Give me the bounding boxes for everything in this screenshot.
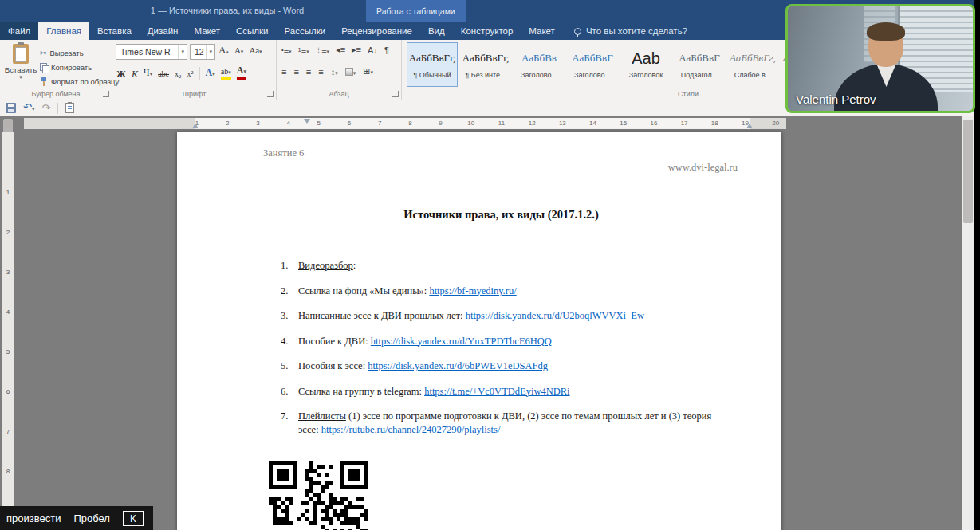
- paragraph-group: •≡▾ 1≡▾ ⋮≡▾ ◂≡ ▸≡ А↓ ¶ ≡ ≡ ≡ ≡ ↕▾ ▾ ⊞▾: [277, 40, 402, 100]
- horizontal-ruler[interactable]: 1234567891011121314151617181920: [24, 118, 786, 129]
- superscript-button[interactable]: x²: [187, 69, 194, 80]
- highlight-color-button[interactable]: ab▾: [221, 68, 231, 80]
- grow-font-button[interactable]: А▴: [218, 45, 229, 57]
- font-group: Times New R ▾ 12 ▾ А▴ А▾ Аа▾ Ж К Ч▾ abc: [112, 40, 277, 100]
- subscript-button[interactable]: x₂: [175, 69, 182, 80]
- ruler-number: 10: [456, 118, 486, 129]
- ruler-number: 3: [2, 268, 14, 308]
- borders-button[interactable]: ⊞▾: [363, 66, 373, 77]
- vertical-ruler[interactable]: 12345678: [2, 132, 14, 530]
- left-indent-marker[interactable]: [192, 124, 199, 128]
- chevron-down-icon: ▾: [178, 45, 187, 59]
- text-effects-button[interactable]: А▾: [206, 67, 215, 80]
- list-item: 7. Плейлисты (1) эссе по программе подго…: [281, 410, 739, 436]
- undo-button[interactable]: ↶▾: [23, 102, 34, 114]
- style-item-heading2[interactable]: АаБбВвГ Заголово...: [567, 42, 618, 87]
- sort-button[interactable]: А↓: [368, 45, 378, 55]
- align-left-button[interactable]: ≡: [281, 67, 286, 77]
- style-item-heading1[interactable]: АаБбВв Заголово...: [514, 42, 565, 87]
- font-size-select[interactable]: 12 ▾: [190, 44, 215, 60]
- ruler-number: 9: [426, 118, 456, 129]
- tab-review[interactable]: Рецензирование: [333, 22, 420, 40]
- caption-word: Пробел: [73, 512, 110, 524]
- tab-references[interactable]: Ссылки: [228, 22, 277, 40]
- ruler-number: 13: [547, 118, 577, 129]
- document-area: 1234567891011121314151617181920 12345678…: [0, 116, 974, 530]
- hyperlink[interactable]: https://rutube.ru/channel/24027290/playl…: [321, 424, 501, 435]
- right-indent-marker[interactable]: [746, 124, 753, 128]
- scrollbar-thumb[interactable]: [963, 120, 973, 223]
- redo-button[interactable]: ↷: [41, 103, 50, 113]
- list-item: 4. Пособие к ДВИ: https://disk.yandex.ru…: [281, 335, 739, 348]
- paste-button[interactable]: Вставить ▾: [3, 43, 38, 92]
- list-item-number: 1.: [281, 259, 298, 273]
- increase-indent-button[interactable]: ▸≡: [352, 45, 361, 55]
- tell-me-box[interactable]: Что вы хотите сделать?: [574, 22, 687, 40]
- bullet-list-button[interactable]: •≡▾: [281, 45, 292, 55]
- show-paragraph-marks-button[interactable]: ¶: [384, 45, 389, 55]
- clipboard-group: Вставить ▾ ✂ Вырезать Копировать Формат …: [0, 40, 112, 100]
- ruler-number: 2: [212, 118, 242, 129]
- first-line-indent-marker[interactable]: [304, 119, 310, 124]
- ruler-number: 2: [2, 228, 14, 268]
- dialog-launcher-icon[interactable]: [103, 91, 109, 97]
- tab-table-design[interactable]: Конструктор: [453, 22, 521, 40]
- line-spacing-button[interactable]: ↕▾: [331, 67, 338, 77]
- tab-file[interactable]: Файл: [0, 22, 38, 40]
- dialog-launcher-icon[interactable]: [267, 91, 274, 97]
- ruler-number: 4: [274, 118, 304, 129]
- list-item: 2. Ссылка на фонд «Мы едины»: https://bf…: [281, 285, 739, 298]
- change-case-button[interactable]: Аа▾: [249, 45, 262, 57]
- numbered-list-button[interactable]: 1≡▾: [298, 45, 309, 55]
- format-painter-button[interactable]: Формат по образцу: [40, 74, 119, 88]
- save-button[interactable]: [6, 103, 16, 113]
- shrink-font-button[interactable]: А▾: [234, 45, 243, 57]
- underline-button[interactable]: Ч▾: [144, 67, 152, 80]
- tab-insert[interactable]: Вставка: [89, 22, 140, 40]
- tab-home[interactable]: Главная: [38, 22, 89, 40]
- shading-button[interactable]: ▾: [345, 67, 356, 77]
- justify-button[interactable]: ≡: [318, 67, 323, 77]
- tab-view[interactable]: Вид: [420, 22, 453, 40]
- vertical-scrollbar[interactable]: [962, 116, 974, 530]
- tell-me-label: Что вы хотите сделать?: [586, 26, 687, 36]
- doc-header-left: Занятие 6: [263, 147, 304, 159]
- ruler-number: 18: [699, 118, 730, 129]
- speech-caption-bar: произвести Пробел К: [0, 506, 153, 530]
- clipboard-icon: [13, 44, 29, 64]
- ruler-numbers: 1234567891011121314151617181920: [182, 118, 786, 129]
- webcam-video[interactable]: Valentin Petrov: [785, 4, 975, 113]
- font-name-select[interactable]: Times New R ▾: [116, 44, 187, 60]
- window-title: 1 — Источники права, их виды - Word: [96, 6, 359, 15]
- strikethrough-button[interactable]: abc: [158, 69, 169, 80]
- chevron-down-icon: ▾: [206, 45, 214, 59]
- cut-button[interactable]: ✂ Вырезать: [40, 45, 119, 60]
- multilevel-list-button[interactable]: ⋮≡▾: [316, 45, 329, 55]
- hyperlink[interactable]: https://disk.yandex.ru/d/YnxTPDThcE6HQQ: [371, 336, 552, 347]
- tab-table-layout[interactable]: Макет: [521, 22, 563, 40]
- style-item-subtle-emphasis[interactable]: АаБбВвГг, Слабое в...: [727, 42, 778, 87]
- scissors-icon: ✂: [40, 49, 46, 57]
- hyperlink[interactable]: https://disk.yandex.ru/d/U2boqlWVVXi_Ew: [466, 310, 644, 321]
- bold-button[interactable]: Ж: [116, 69, 126, 80]
- italic-button[interactable]: К: [132, 69, 138, 80]
- font-color-button[interactable]: А▾: [237, 66, 246, 80]
- document-page[interactable]: Занятие 6 www.dvi-legal.ru Источники пра…: [177, 132, 781, 530]
- style-item-title[interactable]: Аab Заголовок: [620, 42, 671, 87]
- style-item-subtitle[interactable]: АаБбВвГ Подзагол...: [674, 42, 725, 87]
- tab-layout[interactable]: Макет: [186, 22, 228, 40]
- decrease-indent-button[interactable]: ◂≡: [336, 45, 345, 55]
- dialog-launcher-icon[interactable]: [392, 91, 399, 97]
- align-center-button[interactable]: ≡: [293, 67, 298, 77]
- hyperlink[interactable]: https://disk.yandex.ru/d/6bPWEV1eDSAFdg: [368, 360, 548, 371]
- paste-options-icon[interactable]: [65, 103, 74, 113]
- style-item-no-spacing[interactable]: АаБбВвГг, ¶ Без инте...: [460, 42, 511, 87]
- list-item-number: 4.: [281, 335, 298, 348]
- tab-design[interactable]: Дизайн: [140, 22, 187, 40]
- align-right-button[interactable]: ≡: [306, 67, 311, 77]
- style-item-normal[interactable]: АаБбВвГг, ¶ Обычный: [407, 42, 458, 87]
- copy-button[interactable]: Копировать: [40, 60, 119, 74]
- tab-mailings[interactable]: Рассылки: [277, 22, 334, 40]
- hyperlink[interactable]: https://bf-myediny.ru/: [429, 285, 516, 296]
- hyperlink[interactable]: https://t.me/+Vc0VTDdEyiw4NDRi: [424, 386, 569, 397]
